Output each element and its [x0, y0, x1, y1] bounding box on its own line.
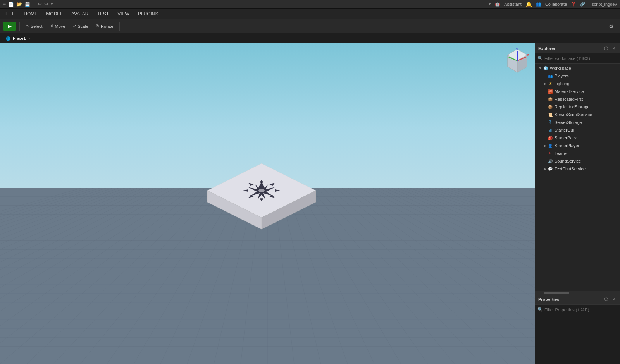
menu-model[interactable]: MODEL — [42, 10, 67, 18]
explorer-filter-bar: 🔍 — [535, 53, 620, 64]
tree-item-starterplayer[interactable]: ▶ 👤 StarterPlayer — [535, 142, 620, 149]
menu-plugins[interactable]: PLUGINS — [134, 10, 162, 18]
rotate-icon: ↻ — [96, 24, 100, 29]
menu-avatar[interactable]: AVATAR — [67, 10, 92, 18]
tree-item-startergui[interactable]: ▶ 🖥 StarterGui — [535, 126, 620, 134]
explorer-scrollbar-h[interactable] — [535, 291, 620, 294]
rotate-tool[interactable]: ↻ Rotate — [93, 22, 116, 30]
menu-test[interactable]: TEST — [93, 10, 113, 18]
explorer-scrollbar-thumb — [544, 292, 569, 294]
textchatservice-arrow[interactable]: ▶ — [543, 167, 548, 171]
save-file-icon[interactable]: 💾 — [24, 2, 30, 7]
starterplayer-label: StarterPlayer — [555, 143, 579, 148]
tree-item-starterpack[interactable]: ▶ 🎒 StarterPack — [535, 134, 620, 142]
serverscriptservice-icon: 📜 — [548, 112, 553, 117]
tree-item-materialservice[interactable]: ▶ 🧱 MaterialService — [535, 88, 620, 95]
teams-icon: 🏳 — [548, 151, 553, 156]
assistant-label[interactable]: Assistant — [504, 2, 522, 7]
soundservice-label: SoundService — [555, 159, 581, 163]
tree-item-teams[interactable]: ▶ 🏳 Teams — [535, 149, 620, 157]
replicatedstorage-icon: 📦 — [548, 104, 553, 110]
menubar: FILE HOME MODEL AVATAR TEST VIEW PLUGINS — [0, 9, 620, 19]
move-tool[interactable]: ✥ Move — [47, 22, 69, 30]
starterplayer-arrow[interactable]: ▶ — [543, 143, 548, 148]
play-button[interactable]: ▶ — [3, 22, 16, 31]
workspace-arrow[interactable]: ▶ — [538, 66, 543, 70]
explorer-popout-btn[interactable]: ⬡ — [603, 45, 609, 52]
viewport[interactable]: X Y — [0, 43, 535, 364]
file-menu-icon[interactable]: ≡ — [3, 2, 6, 7]
properties-title: Properties — [538, 297, 559, 302]
tree-item-serverstorage[interactable]: ▶ 🗄 ServerStorage — [535, 118, 620, 126]
orientation-gizmo[interactable]: X Y — [504, 47, 531, 74]
tree-item-textchatservice[interactable]: ▶ 💬 TextChatService — [535, 165, 620, 173]
menu-view[interactable]: VIEW — [114, 10, 133, 18]
tree-item-lighting[interactable]: ▶ ☀ Lighting — [535, 80, 620, 88]
svg-text:X: X — [527, 53, 529, 57]
textchatservice-label: TextChatService — [555, 167, 586, 171]
workspace-icon: 🧊 — [543, 65, 548, 71]
properties-search-input[interactable] — [544, 307, 618, 312]
tree-item-replicatedstorage[interactable]: ▶ 📦 ReplicatedStorage — [535, 103, 620, 111]
share-icon[interactable]: 🔗 — [580, 2, 586, 7]
tree-item-replicatedfirst[interactable]: ▶ 📦 ReplicatedFirst — [535, 95, 620, 103]
lighting-arrow[interactable]: ▶ — [543, 81, 548, 86]
scale-tool[interactable]: ⤢ Scale — [70, 22, 91, 30]
properties-header-buttons: ⬡ × — [603, 296, 617, 302]
redo-icon[interactable]: ↪ — [44, 1, 48, 7]
explorer-panel: Explorer ⬡ × 🔍 ▶ 🧊 Workspace — [535, 43, 620, 294]
players-label: Players — [555, 74, 569, 78]
assistant-icon[interactable]: 🤖 — [495, 2, 500, 7]
properties-filter-bar: 🔍 — [535, 304, 620, 314]
collaborate-icon[interactable]: 👥 — [536, 2, 541, 7]
tab-close-btn[interactable]: × — [28, 36, 31, 41]
workspace-label: Workspace — [550, 66, 571, 70]
svg-text:Y: Y — [516, 48, 518, 51]
menu-home[interactable]: HOME — [20, 10, 41, 18]
lighting-icon: ☀ — [548, 81, 553, 86]
materialservice-label: MaterialService — [555, 89, 584, 94]
explorer-tree[interactable]: ▶ 🧊 Workspace ▶ 👥 Players ▶ ☀ Lighting — [535, 64, 620, 291]
open-file-icon[interactable]: 📂 — [16, 2, 22, 7]
bell-icon[interactable]: 🔔 — [525, 1, 532, 7]
undo-icon[interactable]: ↩ — [38, 1, 42, 7]
move-icon: ✥ — [50, 24, 54, 29]
serverstorage-label: ServerStorage — [555, 120, 582, 125]
platform-object — [203, 156, 320, 233]
new-file-icon[interactable]: 📄 — [8, 2, 14, 7]
explorer-close-btn[interactable]: × — [611, 45, 617, 52]
tree-item-soundservice[interactable]: ▶ 🔊 SoundService — [535, 157, 620, 165]
right-panel: Explorer ⬡ × 🔍 ▶ 🧊 Workspace — [535, 43, 620, 364]
lighting-label: Lighting — [555, 81, 570, 86]
settings-button[interactable]: ⚙ — [606, 22, 617, 31]
tree-item-workspace[interactable]: ▶ 🧊 Workspace — [535, 64, 620, 72]
serverscriptservice-label: ServerScriptService — [555, 112, 592, 117]
properties-content — [535, 314, 620, 364]
place1-tab[interactable]: 🌐 Place1 × — [2, 34, 34, 43]
titlebar-right: ▾ 🤖 Assistant 🔔 👥 Collaborate ❓ 🔗 script… — [489, 1, 617, 7]
starterplayer-icon: 👤 — [548, 143, 553, 148]
search-props-icon: 🔍 — [537, 307, 543, 312]
tree-item-players[interactable]: ▶ 👥 Players — [535, 72, 620, 80]
materialservice-icon: 🧱 — [548, 89, 553, 94]
properties-close-btn[interactable]: × — [611, 296, 617, 302]
players-icon: 👥 — [548, 73, 553, 79]
tabbar: 🌐 Place1 × — [0, 33, 620, 43]
serverstorage-icon: 🗄 — [548, 120, 553, 125]
tab-label: Place1 — [13, 36, 26, 41]
explorer-search-input[interactable] — [544, 56, 618, 61]
help-icon[interactable]: ❓ — [571, 2, 576, 7]
redo-arrow-icon[interactable]: ▾ — [51, 2, 53, 7]
titlebar: ≡ 📄 📂 💾 | ↩ ↪ ▾ ▾ 🤖 Assistant 🔔 👥 Collab… — [0, 0, 620, 9]
tree-item-serverscriptservice[interactable]: ▶ 📜 ServerScriptService — [535, 111, 620, 118]
select-tool[interactable]: ↖ Select — [23, 22, 46, 30]
properties-popout-btn[interactable]: ⬡ — [603, 296, 609, 302]
menu-file[interactable]: FILE — [2, 10, 19, 18]
replicatedfirst-icon: 📦 — [548, 96, 553, 102]
scale-icon: ⤢ — [73, 24, 76, 29]
dropdown-icon[interactable]: ▾ — [489, 2, 491, 7]
collaborate-label[interactable]: Collaborate — [545, 2, 567, 7]
properties-header: Properties ⬡ × — [535, 294, 620, 304]
properties-panel: Properties ⬡ × 🔍 — [535, 294, 620, 364]
toolbar-sep-1 — [19, 22, 20, 31]
